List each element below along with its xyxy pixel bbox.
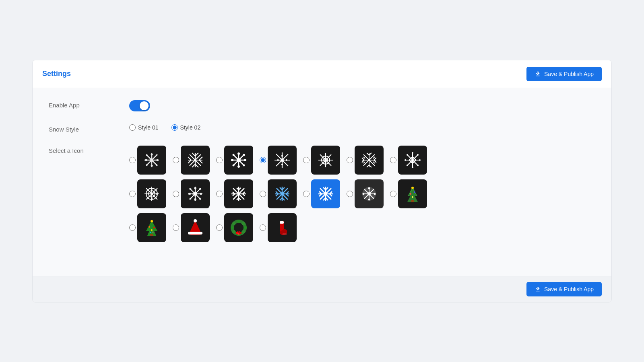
icon-radio-9[interactable] [173,191,179,197]
icon-box-9 [181,179,210,208]
icon-radio-11[interactable] [260,191,266,197]
icon-option-18[interactable] [260,213,297,242]
icon-box-11 [268,179,297,208]
svg-point-5 [151,153,153,155]
icon-radio-12[interactable] [303,191,310,197]
snowflake-svg-6 [360,151,378,169]
select-icon-row: Select a Icon [49,146,595,247]
svg-line-68 [373,157,375,158]
snowflake-svg-1 [143,151,161,169]
svg-line-20 [195,164,198,167]
icon-option-10[interactable] [216,179,253,208]
icon-row-1 [129,146,595,175]
svg-point-105 [190,197,192,200]
header: Settings Save & Publish App [33,60,611,88]
icon-radio-4[interactable] [260,157,266,163]
snow-style-control: Style 01 Style 02 [129,124,595,131]
icon-option-3[interactable] [216,146,253,175]
icon-box-10 [224,179,253,208]
svg-point-156 [368,187,370,189]
icon-radio-8[interactable] [129,191,136,197]
svg-point-188 [232,222,235,225]
svg-point-103 [190,188,192,190]
svg-point-98 [193,192,197,196]
icon-box-7 [398,146,427,175]
svg-point-38 [243,164,245,166]
enable-app-toggle[interactable] [129,100,150,111]
icon-radio-3[interactable] [216,157,223,163]
icon-box-6 [355,146,384,175]
svg-line-22 [188,160,191,163]
icon-option-7[interactable] [390,146,427,175]
svg-point-149 [324,192,327,195]
svg-point-34 [244,159,246,161]
svg-point-79 [419,159,421,161]
svg-point-12 [156,164,157,166]
icon-radio-2[interactable] [173,157,179,163]
save-publish-button-bottom[interactable]: Save & Publish App [526,282,602,296]
icon-option-2[interactable] [173,146,210,175]
enable-app-row: Enable App [49,100,595,111]
icon-option-9[interactable] [173,179,210,208]
svg-point-187 [231,226,234,229]
svg-line-66 [363,157,365,158]
icon-radio-7[interactable] [390,157,396,163]
snow-style-option-2[interactable]: Style 02 [171,124,201,131]
svg-point-4 [150,158,153,162]
svg-point-165 [410,193,411,195]
svg-point-155 [367,192,371,195]
snow-style-label-1: Style 01 [138,124,159,131]
snowflake-svg-8 [143,185,161,203]
svg-point-159 [374,193,376,195]
icon-option-1[interactable] [129,146,166,175]
svg-point-106 [199,197,201,200]
svg-point-99 [194,187,196,189]
icon-option-15[interactable] [129,213,166,242]
icon-radio-14[interactable] [390,191,396,197]
snow-style-radio-2[interactable] [171,124,178,131]
snow-style-label-2: Style 02 [180,124,201,131]
svg-point-184 [242,230,245,233]
icon-box-14 [398,179,427,208]
snow-style-radio-group: Style 01 Style 02 [129,124,595,131]
icon-option-8[interactable] [129,179,166,208]
icon-radio-6[interactable] [347,157,353,163]
svg-marker-46 [286,159,288,161]
icon-option-13[interactable] [347,179,384,208]
icon-option-11[interactable] [260,179,297,208]
icon-option-17[interactable] [216,213,253,242]
icon-option-6[interactable] [347,146,384,175]
icon-option-12[interactable] [303,179,340,208]
svg-point-183 [244,226,247,229]
icon-radio-5[interactable] [303,157,310,163]
icon-option-4[interactable] [260,146,297,175]
icon-radio-10[interactable] [216,191,223,197]
icon-option-5[interactable] [303,146,340,175]
snow-style-label: Snow Style [49,124,129,133]
snow-style-radio-1[interactable] [129,124,136,131]
save-publish-button-top[interactable]: Save & Publish App [526,67,602,81]
icon-box-16 [181,213,210,242]
snow-style-option-1[interactable]: Style 01 [129,124,159,131]
icon-radio-17[interactable] [216,224,223,231]
svg-point-181 [237,220,240,223]
svg-point-173 [151,229,153,231]
snowflake-svg-9 [186,185,204,203]
tree-svg-2 [143,219,161,237]
svg-point-193 [282,233,287,235]
icon-radio-15[interactable] [129,224,136,231]
icon-box-2 [181,146,210,175]
icon-radio-18[interactable] [260,224,266,231]
icon-radio-13[interactable] [347,191,353,197]
svg-point-9 [146,154,148,156]
svg-line-24 [199,160,202,163]
icon-option-16[interactable] [173,213,210,242]
icon-option-14[interactable] [390,179,427,208]
snowflake-svg-3 [230,151,248,169]
icon-radio-1[interactable] [129,157,136,163]
icon-radio-16[interactable] [173,224,179,231]
svg-point-163 [411,187,414,189]
svg-point-80 [407,154,408,156]
svg-point-11 [146,164,148,166]
snowflake-svg-12 [317,185,334,203]
